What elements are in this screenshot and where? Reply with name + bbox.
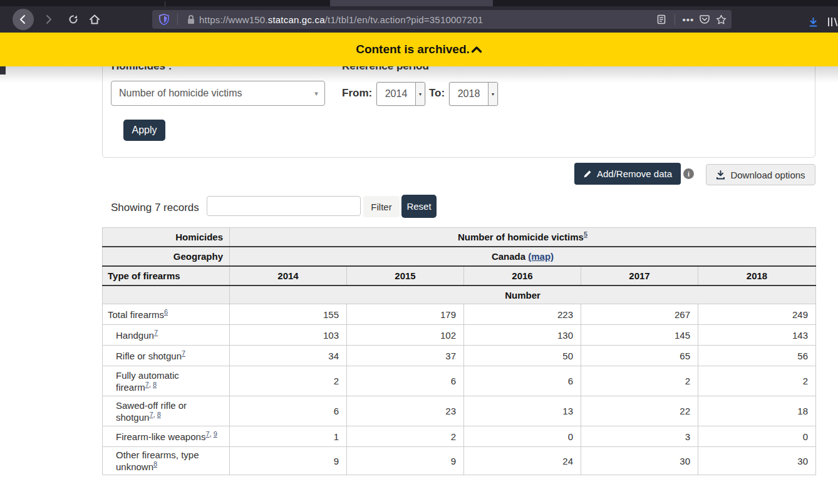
year-header: 2014 xyxy=(230,266,347,285)
value-cell: 50 xyxy=(464,346,581,366)
reload-icon xyxy=(68,14,79,25)
window-edge-artifact xyxy=(0,66,6,75)
filter-button[interactable]: Filter xyxy=(363,196,400,217)
downloads-button[interactable] xyxy=(804,13,822,31)
value-cell: 0 xyxy=(698,426,816,447)
unit-label: Number xyxy=(230,285,816,304)
homicides-select[interactable]: Number of homicide victims ▾ xyxy=(111,81,325,106)
value-cell: 2 xyxy=(347,426,464,447)
footnote-link[interactable]: 8 xyxy=(153,460,157,468)
row-label: Other firearms, typeunknown8 xyxy=(103,447,230,475)
from-label: From: xyxy=(342,87,372,100)
footnote-link[interactable]: 8 xyxy=(153,381,157,388)
pocket-icon[interactable] xyxy=(696,11,713,28)
home-button[interactable] xyxy=(85,6,104,33)
value-cell: 6 xyxy=(230,396,347,426)
value-cell: 267 xyxy=(581,304,698,325)
footnote-link[interactable]: 5 xyxy=(584,230,587,238)
value-cell: 2 xyxy=(230,366,347,396)
row-label: Fully automaticfirearm7, 8 xyxy=(103,366,230,396)
bookmark-star-icon[interactable] xyxy=(713,11,729,28)
footnote-link[interactable]: 7 xyxy=(149,411,153,418)
tab-separator xyxy=(165,1,165,6)
back-icon xyxy=(13,9,34,30)
value-cell: 22 xyxy=(581,396,698,426)
year-header: 2018 xyxy=(698,266,816,285)
archived-banner-text: Content is archived. xyxy=(356,43,470,56)
geography-cell: Canada (map) xyxy=(230,247,816,266)
download-options-label: Download options xyxy=(730,170,805,180)
download-options-button[interactable]: Download options xyxy=(706,164,815,185)
footnote-link[interactable]: 7 xyxy=(205,430,209,438)
value-cell: 130 xyxy=(464,325,581,346)
reset-button[interactable]: Reset xyxy=(401,195,437,218)
chevron-down-icon: ▾ xyxy=(308,90,324,98)
table-row: Rifle or shotgun73437506556 xyxy=(103,346,816,366)
table-row-years: Type of firearms 20142015201620172018 xyxy=(103,266,816,285)
table-row: Firearm-like weapons7, 912030 xyxy=(103,426,816,447)
table-row: Fully automaticfirearm7, 826622 xyxy=(103,366,816,396)
footnote-link[interactable]: 7 xyxy=(154,329,158,336)
from-year-select[interactable]: 2014 ▾ xyxy=(376,82,425,106)
title-bar xyxy=(0,0,838,6)
value-cell: 0 xyxy=(464,426,581,447)
value-cell: 23 xyxy=(347,396,464,426)
table-row: Handgun7103102130145143 xyxy=(103,325,816,346)
value-cell: 102 xyxy=(347,325,464,346)
row-label: Total firearms6 xyxy=(103,304,230,325)
chevron-down-icon: ▾ xyxy=(415,83,425,105)
forward-icon xyxy=(43,14,54,25)
tracking-protection-shield-icon[interactable] xyxy=(156,11,172,28)
chevron-down-icon: ▾ xyxy=(488,83,497,105)
value-cell: 6 xyxy=(464,366,581,396)
add-remove-data-button[interactable]: Add/Remove data xyxy=(574,163,681,185)
value-cell: 9 xyxy=(347,447,464,475)
url-bar[interactable]: https://www150.statcan.gc.ca/t1/tbl1/en/… xyxy=(152,10,732,29)
map-link[interactable]: (map) xyxy=(528,251,554,262)
archived-banner[interactable]: Content is archived. xyxy=(0,33,838,66)
geography-value: Canada xyxy=(492,251,525,262)
table-row-unit: Number xyxy=(103,285,816,304)
table-title-cell: Number of homicide victims5 xyxy=(230,228,816,247)
library-button[interactable] xyxy=(824,13,838,31)
value-cell: 2 xyxy=(581,366,698,396)
footnote-link[interactable]: 9 xyxy=(214,430,217,438)
table-row: Sawed-off rifle orshotgun7, 8623132218 xyxy=(103,396,816,426)
table-row: Other firearms, typeunknown899243030 xyxy=(103,447,816,475)
homicide-victims-table: Homicides Number of homicide victims5 Ge… xyxy=(102,227,816,475)
homicides-select-value: Number of homicide victims xyxy=(111,88,308,99)
value-cell: 223 xyxy=(464,304,581,325)
value-cell: 9 xyxy=(230,447,347,475)
footnote-link[interactable]: 7 xyxy=(145,381,149,388)
apply-button[interactable]: Apply xyxy=(123,120,165,141)
empty-cell xyxy=(103,285,230,304)
footnote-link[interactable]: 6 xyxy=(164,308,168,316)
table-title: Number of homicide victims xyxy=(458,232,584,242)
table-row: Total firearms6155179223267249 xyxy=(103,304,816,325)
home-icon xyxy=(89,14,100,25)
to-year-select[interactable]: 2018 ▾ xyxy=(449,82,498,106)
reload-button[interactable] xyxy=(64,6,83,33)
value-cell: 155 xyxy=(230,304,347,325)
back-button[interactable] xyxy=(11,6,35,33)
collapse-caret-icon[interactable] xyxy=(471,46,482,53)
forward-button[interactable] xyxy=(39,6,58,33)
browser-window: https://www150.statcan.gc.ca/t1/tbl1/en/… xyxy=(0,0,838,504)
value-cell: 30 xyxy=(698,447,816,475)
info-icon[interactable]: i xyxy=(683,168,694,179)
filter-input[interactable] xyxy=(207,196,361,216)
footnote-link[interactable]: 8 xyxy=(157,411,161,418)
active-tab-edge xyxy=(330,0,493,6)
table-row-dimension2: Geography Canada (map) xyxy=(103,247,816,266)
value-cell: 30 xyxy=(581,447,698,475)
page-actions-icon[interactable]: ••• xyxy=(680,11,696,28)
value-cell: 18 xyxy=(698,396,816,426)
value-cell: 179 xyxy=(347,304,464,325)
reader-mode-icon[interactable] xyxy=(653,11,670,28)
dimension1-label: Homicides xyxy=(103,228,230,247)
record-count-text: Showing 7 records xyxy=(111,202,199,214)
value-cell: 145 xyxy=(581,325,698,346)
footnote-link[interactable]: 7 xyxy=(182,349,185,357)
row-label: Sawed-off rifle orshotgun7, 8 xyxy=(103,396,230,426)
lock-icon[interactable] xyxy=(183,11,199,28)
